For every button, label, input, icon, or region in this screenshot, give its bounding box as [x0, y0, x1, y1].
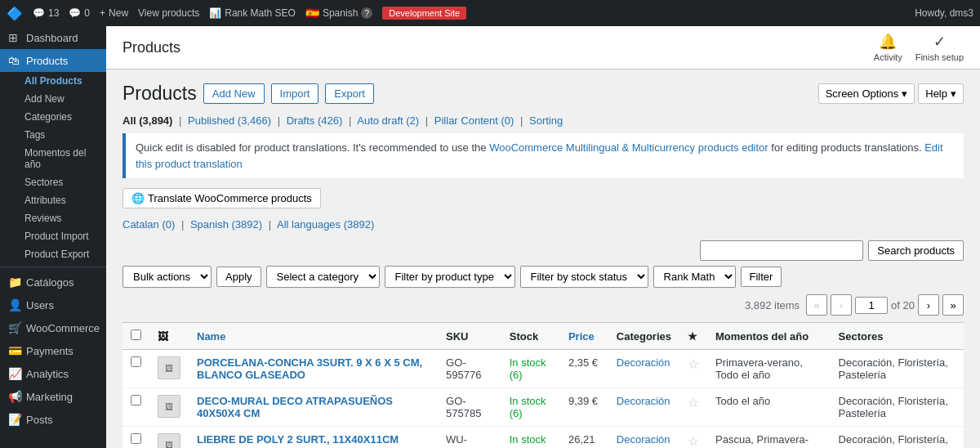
filter-tabs: All (3,894) | Published (3,466) | Drafts… — [122, 114, 964, 127]
sidebar-item-categories[interactable]: Categories — [16, 108, 106, 126]
language-filter: Catalan (0) | Spanish (3892) | All langu… — [122, 218, 964, 231]
page-number-input[interactable] — [855, 297, 888, 314]
wp-logo[interactable]: 🔷 — [7, 6, 23, 21]
product-thumb-0: 🖼 — [158, 356, 180, 379]
adminbar-pending[interactable]: 💬 0 — [69, 7, 90, 19]
export-button[interactable]: Export — [325, 83, 374, 104]
price-col-header[interactable]: Price — [560, 323, 608, 350]
product-price-1: 9,39 € — [560, 388, 608, 427]
sidebar-item-all-products[interactable]: All Products — [16, 72, 106, 90]
sidebar-item-catalogos[interactable]: 📁 Catálogos — [0, 271, 106, 293]
next-page-button[interactable]: › — [918, 294, 939, 316]
lang-catalan-link[interactable]: Catalan (0) — [122, 218, 175, 231]
adminbar-rank-math[interactable]: 📊 Rank Math SEO — [209, 7, 296, 19]
product-name-link-2[interactable]: LIEBRE DE POLY 2 SURT., 11X40X11CM — [197, 433, 399, 446]
sidebar-item-reviews[interactable]: Reviews — [16, 209, 106, 227]
filter-button[interactable]: Filter — [741, 267, 782, 287]
wpml-editor-link[interactable]: WooCommerce Multilingual & Multicurrency… — [489, 141, 768, 154]
product-momentos-1: Todo el año — [707, 388, 831, 427]
sidebar-item-momentos[interactable]: Momentos del año — [16, 144, 106, 173]
import-button[interactable]: Import — [271, 83, 319, 104]
product-price-0: 2,35 € — [560, 350, 608, 388]
row-checkbox-1[interactable] — [131, 395, 141, 405]
howdy-label: Howdy, dms3 — [915, 7, 973, 19]
translate-icon: 🌐 — [131, 192, 145, 204]
dev-site-badge[interactable]: Development Site — [382, 7, 466, 20]
product-stock-2: In stock (2) — [501, 427, 560, 449]
row-checkbox-0[interactable] — [131, 356, 141, 367]
apply-button[interactable]: Apply — [216, 267, 261, 287]
product-star-0[interactable]: ☆ — [688, 357, 699, 371]
sidebar-item-sectores[interactable]: Sectores — [16, 173, 106, 191]
sidebar: ⊞ Dashboard 🛍 Products All Products Add … — [0, 26, 106, 448]
select-all-checkbox[interactable] — [131, 329, 141, 340]
page-header: Products 🔔 Activity ✓ Finish setup — [106, 26, 980, 69]
screen-options-button[interactable]: Screen Options ▾ — [818, 83, 915, 104]
stock-status-select[interactable]: Filter by stock status — [520, 266, 648, 288]
lang-all-link[interactable]: All languages (3892) — [277, 218, 374, 231]
help-button[interactable]: Help ▾ — [918, 83, 964, 104]
rank-math-icon: 📊 — [209, 7, 221, 19]
table-row: 🖼 DECO-MURAL DECO ATRAPASUEÑOS 40X50X4 C… — [122, 388, 964, 427]
filter-tab-auto-draft[interactable]: Auto draft (2) — [357, 114, 419, 127]
filter-tab-all[interactable]: All (3,894) — [122, 114, 172, 127]
controls-row: Bulk actions Apply Select a category Fil… — [122, 266, 964, 288]
prev-page-button[interactable]: ‹ — [831, 294, 852, 316]
product-category-0[interactable]: Decoración — [617, 356, 670, 369]
marketing-icon: 📢 — [8, 390, 21, 403]
search-input[interactable] — [700, 240, 863, 261]
adminbar-comments[interactable]: 💬 13 — [33, 7, 59, 19]
row-checkbox-2[interactable] — [131, 433, 141, 444]
sidebar-item-dashboard[interactable]: ⊞ Dashboard — [0, 26, 106, 49]
sidebar-item-woocommerce[interactable]: 🛒 WooCommerce — [0, 316, 106, 339]
analytics-icon: 📈 — [8, 367, 21, 380]
search-products-button[interactable]: Search products — [868, 240, 964, 261]
activity-button[interactable]: 🔔 Activity — [874, 33, 902, 62]
finish-setup-button[interactable]: ✓ Finish setup — [915, 33, 964, 62]
adminbar-language[interactable]: 🇪🇸 Spanish ? — [305, 7, 372, 20]
product-name-link-1[interactable]: DECO-MURAL DECO ATRAPASUEÑOS 40X50X4 CM — [197, 395, 393, 419]
momentos-col-header: Momentos del año — [707, 323, 831, 350]
sidebar-item-tags[interactable]: Tags — [16, 126, 106, 144]
product-sku-0: GO-595776 — [438, 350, 501, 388]
name-col-header[interactable]: Name — [189, 323, 438, 350]
category-select[interactable]: Select a category — [266, 266, 380, 288]
sidebar-item-attributes[interactable]: Attributes — [16, 191, 106, 209]
adminbar-view-products[interactable]: View products — [138, 7, 199, 19]
filter-tab-drafts[interactable]: Drafts (426) — [287, 114, 343, 127]
filter-tab-pillar[interactable]: Pillar Content (0) — [434, 114, 514, 127]
rank-math-select[interactable]: Rank Math — [653, 266, 736, 288]
catalogos-icon: 📁 — [8, 276, 21, 289]
bulk-actions-select[interactable]: Bulk actions — [122, 266, 212, 288]
product-name-link-0[interactable]: PORCELANA-CONCHA 3SURT. 9 X 6 X 5 CM, BL… — [197, 356, 422, 381]
product-category-2[interactable]: Decoración — [617, 433, 670, 446]
translate-woocommerce-button[interactable]: 🌐 Translate WooCommerce products — [122, 188, 321, 208]
filter-tab-sorting[interactable]: Sorting — [529, 114, 563, 127]
sidebar-item-marketing[interactable]: 📢 Marketing — [0, 385, 106, 408]
sidebar-item-users[interactable]: 👤 Users — [0, 293, 106, 316]
first-page-button[interactable]: « — [806, 294, 827, 316]
sidebar-item-product-import[interactable]: Product Import — [16, 227, 106, 245]
product-star-2[interactable]: ☆ — [688, 434, 699, 448]
thumb-col-header: 🖼 — [149, 323, 189, 350]
finish-setup-icon: ✓ — [933, 33, 946, 51]
sidebar-item-posts[interactable]: 📝 Posts — [0, 408, 106, 431]
sidebar-item-add-new[interactable]: Add New — [16, 90, 106, 108]
product-thumb-1: 🖼 — [158, 395, 180, 418]
add-new-button[interactable]: Add New — [203, 83, 265, 104]
product-type-select[interactable]: Filter by product type — [385, 266, 515, 288]
sidebar-item-product-export[interactable]: Product Export — [16, 245, 106, 263]
product-star-1[interactable]: ☆ — [688, 396, 699, 410]
adminbar-new[interactable]: + New — [100, 7, 128, 19]
sidebar-item-analytics[interactable]: 📈 Analytics — [0, 362, 106, 385]
sku-col-header: SKU — [438, 323, 501, 350]
table-row: 🖼 PORCELANA-CONCHA 3SURT. 9 X 6 X 5 CM, … — [122, 350, 964, 388]
sidebar-item-products[interactable]: 🛍 Products — [0, 49, 106, 72]
payments-icon: 💳 — [8, 344, 21, 357]
last-page-button[interactable]: » — [942, 294, 964, 316]
sidebar-item-payments[interactable]: 💳 Payments — [0, 339, 106, 362]
filter-tab-published[interactable]: Published (3,466) — [188, 114, 271, 127]
pending-icon: 💬 — [69, 7, 81, 19]
lang-spanish-link[interactable]: Spanish (3892) — [190, 218, 262, 231]
product-category-1[interactable]: Decoración — [617, 395, 670, 407]
